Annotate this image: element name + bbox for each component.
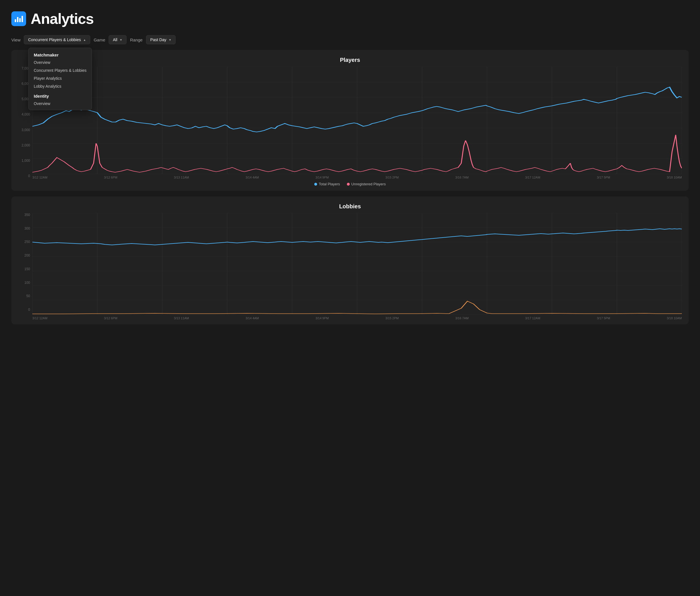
y-label-2000: 2,000 — [22, 144, 30, 147]
range-label: Range — [130, 38, 142, 42]
y-label-l0: 0 — [28, 308, 30, 311]
lobbies-svg-wrapper — [32, 213, 682, 315]
y-label-4000: 4,000 — [22, 113, 30, 116]
unregistered-players-dot — [347, 183, 350, 185]
lobbies-y-axis: 350 300 250 200 150 100 50 0 — [18, 213, 32, 311]
y-label-100: 100 — [24, 281, 30, 284]
view-dropdown-value: Concurrent Players & Lobbies — [28, 38, 81, 42]
x-label-2: 3/12 6PM — [104, 176, 118, 179]
toolbar: View Concurrent Players & Lobbies ▲ Game… — [0, 35, 700, 50]
dropdown-item-overview-1[interactable]: Overview — [29, 58, 92, 67]
x-label-9: 3/17 5PM — [597, 176, 610, 179]
lobbies-chart-card: Lobbies 350 300 250 200 150 100 50 0 — [11, 196, 689, 324]
y-label-200: 200 — [24, 254, 30, 257]
lobbies-x-axis: 3/12 12AM 3/12 6PM 3/13 11AM 3/14 4AM 3/… — [32, 317, 682, 320]
game-dropdown-value: All — [113, 38, 118, 42]
players-chart-area: 7,000 6,000 5,000 4,000 3,000 2,000 1,00… — [18, 67, 682, 186]
view-dropdown-button[interactable]: Concurrent Players & Lobbies ▲ — [24, 35, 90, 44]
lx-label-9: 3/17 5PM — [597, 317, 610, 320]
range-dropdown-value: Past Day — [150, 38, 166, 42]
legend-total-players: Total Players — [314, 182, 340, 186]
x-label-10: 3/18 10AM — [667, 176, 682, 179]
lx-label-4: 3/14 4AM — [245, 317, 259, 320]
page-header: Analytics — [0, 0, 700, 35]
charts-container: Players 7,000 6,000 5,000 4,000 3,000 2,… — [0, 50, 700, 330]
dropdown-item-concurrent[interactable]: Concurrent Players & Lobbies — [29, 67, 92, 74]
x-label-7: 3/16 7AM — [455, 176, 469, 179]
svg-rect-3 — [22, 16, 23, 22]
x-label-8: 3/17 12AM — [525, 176, 540, 179]
lx-label-8: 3/17 12AM — [525, 317, 540, 320]
dropdown-item-player-analytics[interactable]: Player Analytics — [29, 74, 92, 82]
lx-label-7: 3/16 7AM — [455, 317, 469, 320]
y-label-350: 350 — [24, 213, 30, 217]
y-label-250: 250 — [24, 240, 30, 244]
lobbies-chart-area: 350 300 250 200 150 100 50 0 — [18, 213, 682, 320]
page-title: Analytics — [31, 10, 94, 27]
total-players-dot — [314, 183, 317, 185]
svg-rect-1 — [17, 17, 19, 22]
players-svg-wrapper — [32, 67, 682, 175]
view-label: View — [11, 38, 20, 42]
chevron-up-icon: ▲ — [83, 38, 86, 42]
x-label-3: 3/13 11AM — [174, 176, 189, 179]
unregistered-players-label: Unregistered Players — [352, 182, 386, 186]
legend-unregistered-players: Unregistered Players — [347, 182, 386, 186]
view-dropdown-menu: Matchmaker Overview Concurrent Players &… — [28, 48, 92, 110]
lobbies-svg — [32, 213, 682, 315]
y-label-1000: 1,000 — [22, 159, 30, 162]
players-chart-title: Players — [18, 57, 682, 63]
y-label-3000: 3,000 — [22, 128, 30, 132]
y-label-0: 0 — [28, 174, 30, 178]
y-label-150: 150 — [24, 267, 30, 271]
chevron-down-icon-2: ▼ — [169, 38, 172, 42]
x-label-4: 3/14 4AM — [245, 176, 259, 179]
x-label-5: 3/14 9PM — [315, 176, 329, 179]
lx-label-10: 3/18 10AM — [667, 317, 682, 320]
lx-label-1: 3/12 12AM — [32, 317, 47, 320]
y-label-300: 300 — [24, 227, 30, 230]
matchmaker-section-title: Matchmaker — [29, 51, 92, 58]
lx-label-3: 3/13 11AM — [174, 317, 189, 320]
players-x-axis: 3/12 12AM 3/12 6PM 3/13 11AM 3/14 4AM 3/… — [32, 176, 682, 179]
chevron-down-icon: ▼ — [120, 38, 123, 42]
range-dropdown-button[interactable]: Past Day ▼ — [146, 35, 176, 44]
svg-rect-2 — [19, 18, 21, 22]
lobbies-chart-title: Lobbies — [18, 203, 682, 210]
lx-label-6: 3/15 2PM — [385, 317, 399, 320]
identity-section-title: Identity — [29, 93, 92, 100]
dropdown-item-overview-2[interactable]: Overview — [29, 100, 92, 107]
total-players-label: Total Players — [319, 182, 340, 186]
analytics-icon — [11, 11, 26, 26]
svg-rect-0 — [15, 19, 16, 22]
x-label-6: 3/15 2PM — [385, 176, 399, 179]
lx-label-2: 3/12 6PM — [104, 317, 118, 320]
lx-label-5: 3/14 9PM — [315, 317, 329, 320]
players-svg — [32, 67, 682, 175]
players-legend: Total Players Unregistered Players — [18, 182, 682, 186]
players-chart-card: Players 7,000 6,000 5,000 4,000 3,000 2,… — [11, 50, 689, 191]
game-label: Game — [94, 38, 105, 42]
y-label-50: 50 — [26, 294, 30, 298]
game-dropdown-button[interactable]: All ▼ — [109, 35, 127, 44]
x-label-1: 3/12 12AM — [32, 176, 47, 179]
dropdown-item-lobby-analytics[interactable]: Lobby Analytics — [29, 82, 92, 90]
